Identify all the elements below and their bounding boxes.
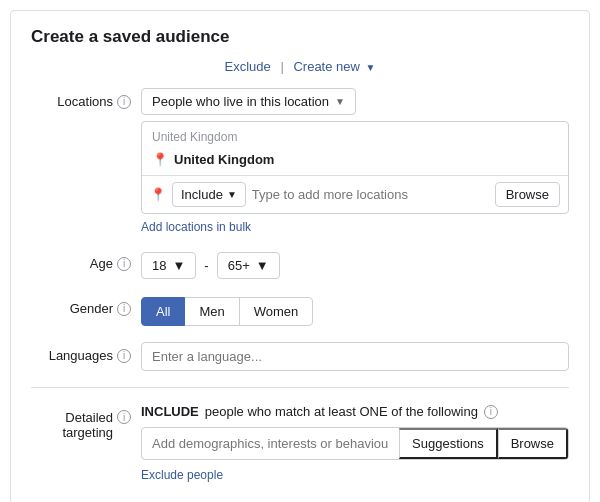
gender-row: Gender i All Men Women (31, 295, 569, 326)
locations-control: People who live in this location ▼ Unite… (141, 88, 569, 234)
languages-input[interactable] (141, 342, 569, 371)
languages-label: Languages i (31, 342, 141, 363)
languages-row: Languages i (31, 342, 569, 371)
location-tag: 📍 United Kingdom (142, 148, 568, 175)
location-input-pin-icon: 📍 (150, 187, 166, 202)
location-input-row: 📍 Include ▼ Browse (142, 175, 568, 213)
gender-label: Gender i (31, 295, 141, 316)
age-row: Age i 18 ▼ - 65+ ▼ (31, 250, 569, 279)
detailed-targeting-control: INCLUDE people who match at least ONE of… (141, 404, 569, 482)
exclude-people-link[interactable]: Exclude people (141, 468, 223, 482)
location-box: United Kingdom 📍 United Kingdom 📍 Includ… (141, 121, 569, 214)
detailed-targeting-row: Detailed targeting i INCLUDE people who … (31, 404, 569, 482)
age-control: 18 ▼ - 65+ ▼ (141, 250, 569, 279)
location-text-input[interactable] (252, 187, 489, 202)
age-label: Age i (31, 250, 141, 271)
targeting-text-input[interactable] (142, 430, 399, 457)
gender-info-icon[interactable]: i (117, 302, 131, 316)
gender-men-button[interactable]: Men (184, 297, 239, 326)
targeting-browse-button[interactable]: Browse (498, 428, 568, 459)
languages-info-icon[interactable]: i (117, 349, 131, 363)
detailed-targeting-label: Detailed targeting i (31, 404, 141, 440)
exclude-link[interactable]: Exclude (225, 59, 271, 74)
include-caret: ▼ (227, 189, 237, 200)
locations-label: Locations i (31, 88, 141, 109)
divider: | (280, 59, 283, 74)
age-max-caret: ▼ (256, 258, 269, 273)
dropdown-caret: ▼ (335, 96, 345, 107)
languages-control (141, 342, 569, 371)
locations-row: Locations i People who live in this loca… (31, 88, 569, 234)
location-type-dropdown[interactable]: People who live in this location ▼ (141, 88, 356, 115)
location-search-header: United Kingdom (142, 122, 568, 148)
top-links: Exclude | Create new ▼ (31, 59, 569, 74)
gender-all-button[interactable]: All (141, 297, 185, 326)
location-browse-button[interactable]: Browse (495, 182, 560, 207)
location-pin-icon: 📍 (152, 152, 168, 167)
include-dropdown[interactable]: Include ▼ (172, 182, 246, 207)
detailed-targeting-desc: INCLUDE people who match at least ONE of… (141, 404, 569, 419)
age-separator: - (204, 258, 208, 273)
targeting-input-row: Suggestions Browse (141, 427, 569, 460)
page-title: Create a saved audience (31, 27, 569, 47)
section-divider (31, 387, 569, 388)
age-min-dropdown[interactable]: 18 ▼ (141, 252, 196, 279)
gender-control: All Men Women (141, 295, 569, 326)
selected-location: United Kingdom (174, 152, 274, 167)
gender-women-button[interactable]: Women (239, 297, 314, 326)
age-info-icon[interactable]: i (117, 257, 131, 271)
targeting-suggestions-button[interactable]: Suggestions (399, 428, 498, 459)
create-new-link[interactable]: Create new ▼ (293, 59, 375, 74)
locations-info-icon[interactable]: i (117, 95, 131, 109)
age-max-dropdown[interactable]: 65+ ▼ (217, 252, 280, 279)
age-min-caret: ▼ (172, 258, 185, 273)
detailed-targeting-desc-info-icon[interactable]: i (484, 405, 498, 419)
add-bulk-link[interactable]: Add locations in bulk (141, 220, 251, 234)
detailed-targeting-info-icon[interactable]: i (117, 410, 131, 424)
